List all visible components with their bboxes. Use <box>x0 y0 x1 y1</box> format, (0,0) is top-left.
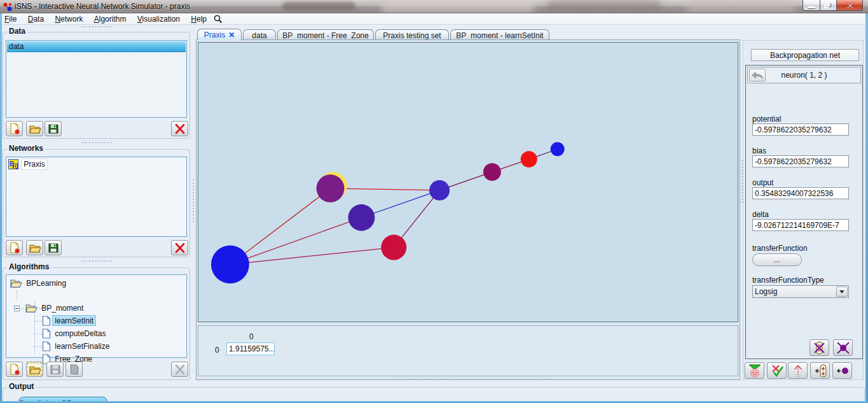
data-list-item[interactable]: data <box>7 41 186 52</box>
data-new-button[interactable] <box>6 121 23 136</box>
neuron-node-hidden5[interactable] <box>483 163 501 181</box>
panel-drag-handle[interactable] <box>81 260 113 262</box>
panel-drag-handle[interactable] <box>192 178 195 223</box>
tree-item-learnsetinit[interactable]: learnSetInit <box>42 316 95 327</box>
neuron-node-hidden1[interactable] <box>317 174 345 202</box>
tab-label: BP_moment - Free_Zone <box>282 31 368 40</box>
panel-drag-handle[interactable] <box>394 378 553 381</box>
neuron-node-hidden3[interactable] <box>381 235 406 260</box>
delete-x-icon-disabled <box>174 364 186 376</box>
networks-section: Networks B p Praxis <box>3 149 190 257</box>
remove-neuron-button[interactable] <box>833 339 853 356</box>
bias-label: bias <box>752 146 766 155</box>
neuron-node-output[interactable] <box>551 142 565 156</box>
tab-praxis[interactable]: Praxis✕ <box>197 29 242 40</box>
synapse-edge[interactable] <box>331 188 440 190</box>
tree-item-learnsetfinalize[interactable]: learnSetFinalize <box>42 341 111 353</box>
validate-button[interactable] <box>767 362 787 379</box>
backpropagation-net-button[interactable]: Backpropagation net <box>751 49 859 61</box>
tab-bp-moment-learnsetinit[interactable]: BP_moment - learnSetInit <box>450 29 549 40</box>
networks-save-button[interactable] <box>45 240 62 255</box>
output-field[interactable]: 0.35483294007322536 <box>752 187 849 199</box>
table-column-header: 0 <box>249 332 254 341</box>
tree-item-label: BPLearning <box>24 278 68 288</box>
remove-layer-button[interactable] <box>809 339 829 356</box>
menu-network[interactable]: Network <box>50 13 87 25</box>
data-list[interactable]: data <box>6 40 187 118</box>
add-neuron-button[interactable] <box>832 362 852 379</box>
neuron-node-hidden6[interactable] <box>521 151 537 167</box>
networks-list[interactable]: B p Praxis <box>6 157 187 237</box>
panel-drag-handle[interactable] <box>81 141 113 144</box>
algorithms-save-button[interactable] <box>46 362 64 377</box>
restore-button[interactable] <box>820 0 837 11</box>
search-icon[interactable] <box>213 15 223 24</box>
window-frame <box>865 13 868 403</box>
menu-data[interactable]: Data <box>24 13 48 25</box>
add-neuron-icon <box>834 364 851 378</box>
new-file-icon <box>8 364 21 376</box>
extract-button[interactable] <box>788 362 808 379</box>
menu-algorithm[interactable]: Algorithm <box>90 13 131 25</box>
algorithms-new-button[interactable] <box>6 362 23 377</box>
tab-data[interactable]: data <box>243 29 276 40</box>
transfer-function-button[interactable]: ... <box>752 253 802 266</box>
tab-label: Praxis testing set <box>383 31 441 40</box>
networks-list-item[interactable]: B p Praxis <box>8 159 47 170</box>
cross-check-icon <box>769 364 785 378</box>
networks-delete-button[interactable] <box>171 240 188 255</box>
tree-item-bplearning[interactable]: BPLearning <box>10 278 68 290</box>
algorithms-open-button[interactable] <box>26 362 43 377</box>
app-window: iSNS - Interactive Neural Network Simula… <box>0 0 868 403</box>
neuron-node-input[interactable] <box>211 246 249 284</box>
potential-field[interactable]: -0.5978622035279632 <box>752 124 849 136</box>
file-icon <box>42 341 51 351</box>
tab-close-icon[interactable]: ✕ <box>228 31 235 39</box>
tree-item-computedeltas[interactable]: computeDeltas <box>42 329 107 340</box>
network-canvas[interactable] <box>198 42 738 322</box>
data-save-button[interactable] <box>45 121 62 136</box>
menu-file[interactable]: File <box>0 13 21 25</box>
blurred-desktop-artifact <box>382 0 534 13</box>
blurred-desktop-artifact <box>547 0 661 13</box>
minimize-button[interactable] <box>803 0 820 11</box>
data-open-button[interactable] <box>26 121 43 136</box>
neuron-node-hidden4[interactable] <box>429 180 450 201</box>
algorithms-delete-button[interactable] <box>171 362 188 377</box>
panel-drag-handle[interactable] <box>81 25 113 28</box>
delta-label: delta <box>752 210 769 219</box>
algorithms-tree[interactable]: BPLearning BP_moment learnSetInit <box>6 274 187 358</box>
add-layer-button[interactable] <box>810 362 830 379</box>
algorithms-compile-button[interactable] <box>65 362 83 377</box>
neuron-properties-header: neuron( 1, 2 ) <box>747 67 861 83</box>
tree-collapse-toggle[interactable] <box>14 306 20 311</box>
close-button[interactable] <box>836 0 863 11</box>
neuron-node-hidden2[interactable] <box>348 204 375 231</box>
tab-praxis-testing-set[interactable]: Praxis testing set <box>375 29 449 40</box>
transfer-function-type-select[interactable]: Logsig <box>752 285 849 298</box>
inspector-panel: Backpropagation net neuron( 1, 2 ) poten… <box>743 40 864 380</box>
networks-new-button[interactable] <box>6 240 23 255</box>
network-view-panel: 0 0 1.91159575... <box>196 39 740 380</box>
file-icon <box>42 316 51 326</box>
tab-bp-moment-free-zone[interactable]: BP_moment - Free_Zone <box>277 29 374 40</box>
data-delete-button[interactable] <box>171 121 188 136</box>
tree-item-bp-moment[interactable]: BP_moment <box>25 303 85 315</box>
chevron-down-icon[interactable] <box>836 286 848 297</box>
neuron-title: neuron( 1, 2 ) <box>748 71 860 80</box>
menu-help[interactable]: Help <box>186 13 211 25</box>
networks-open-button[interactable] <box>26 240 43 255</box>
save-icon <box>47 242 60 254</box>
insert-data-button[interactable] <box>745 362 764 379</box>
bias-field[interactable]: -0.5978622035279632 <box>752 155 849 167</box>
delete-x-icon <box>174 123 186 135</box>
open-folder-icon <box>10 278 22 288</box>
table-cell[interactable]: 1.91159575... <box>226 343 275 355</box>
delta-field[interactable]: -9.026712214169709E-7 <box>752 219 849 231</box>
svg-text:p: p <box>13 162 17 169</box>
window-frame <box>0 13 2 403</box>
blurred-desktop-artifact <box>282 2 355 10</box>
new-file-icon <box>8 123 21 135</box>
menu-visualization[interactable]: Visualization <box>133 13 184 25</box>
networks-section-title: Networks <box>7 144 45 153</box>
